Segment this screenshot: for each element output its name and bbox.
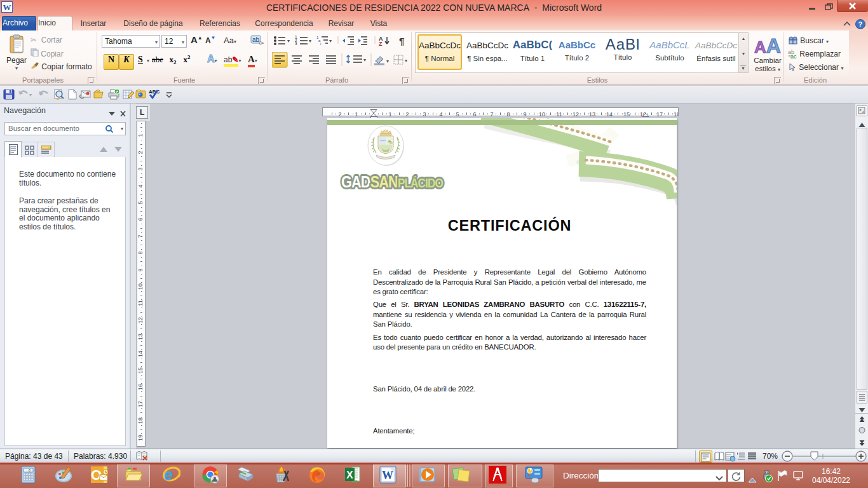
svg-text:X: X (346, 470, 353, 480)
svg-text:W: W (382, 469, 393, 482)
svg-text:5: 5 (137, 201, 144, 204)
svg-text:15: 15 (137, 367, 144, 374)
svg-text:GADSANPLÁCIDO: GADSANPLÁCIDO (341, 172, 444, 191)
svg-text:13: 13 (137, 334, 144, 340)
svg-text:3: 3 (295, 41, 297, 46)
svg-text:4: 4 (439, 111, 442, 117)
svg-text:▾: ▾ (309, 38, 311, 44)
svg-text:14: 14 (137, 351, 144, 357)
svg-text:12: 12 (573, 111, 579, 117)
svg-text:11: 11 (556, 111, 562, 117)
svg-text:1: 1 (388, 111, 391, 117)
svg-text:▾: ▾ (287, 38, 290, 44)
svg-text:7: 7 (490, 111, 493, 117)
svg-text:2: 2 (405, 111, 409, 117)
svg-text:17: 17 (137, 401, 144, 407)
svg-text:ab: ab (252, 36, 260, 43)
svg-text:*: * (139, 93, 141, 97)
svg-text:5: 5 (456, 111, 459, 117)
svg-text:2: 2 (338, 111, 341, 117)
svg-text:18: 18 (674, 111, 678, 117)
svg-text:7: 7 (137, 234, 144, 238)
svg-text:16: 16 (137, 384, 144, 390)
svg-text:1: 1 (137, 133, 144, 137)
svg-text:6: 6 (137, 217, 144, 220)
svg-text:1: 1 (355, 111, 358, 117)
svg-text:▾: ▾ (29, 92, 32, 98)
svg-text:▾: ▾ (386, 58, 389, 64)
svg-text:18: 18 (137, 417, 144, 424)
svg-text:3: 3 (423, 111, 426, 117)
svg-text:2: 2 (137, 151, 144, 154)
svg-text:6: 6 (473, 111, 476, 117)
svg-text:19: 19 (137, 435, 144, 441)
svg-text:15: 15 (623, 111, 630, 117)
svg-text:8: 8 (506, 111, 510, 117)
svg-text:10: 10 (539, 111, 545, 117)
svg-text:8: 8 (137, 251, 144, 254)
svg-text:14: 14 (606, 111, 613, 117)
svg-text:13: 13 (589, 111, 595, 117)
svg-text:9: 9 (523, 111, 526, 117)
svg-text:9: 9 (137, 268, 144, 271)
svg-text:i: i (320, 42, 321, 46)
svg-text:Z: Z (379, 41, 383, 47)
svg-text:ac: ac (790, 53, 797, 58)
svg-text:W: W (3, 3, 11, 12)
svg-text:▾: ▾ (363, 57, 366, 63)
svg-text:4: 4 (137, 184, 144, 187)
svg-text:e: e (164, 466, 173, 484)
svg-text:▾: ▾ (405, 58, 407, 64)
svg-text:¶: ¶ (399, 36, 404, 46)
svg-text:12: 12 (137, 317, 144, 323)
svg-text:10: 10 (137, 283, 144, 290)
svg-text:▾: ▾ (329, 38, 332, 44)
svg-text:17: 17 (656, 111, 663, 117)
svg-text:11: 11 (137, 300, 144, 306)
svg-text:8: 8 (29, 468, 31, 472)
svg-text:3: 3 (137, 167, 144, 170)
